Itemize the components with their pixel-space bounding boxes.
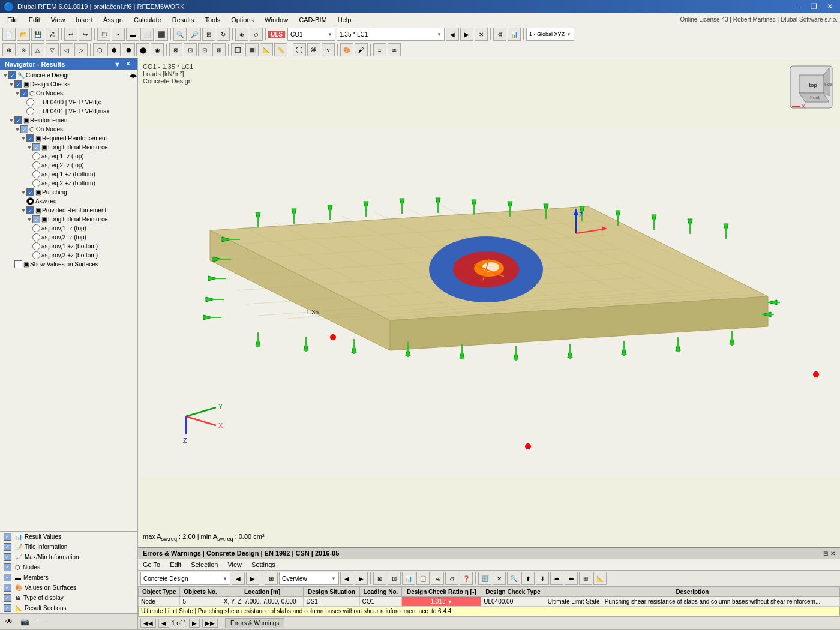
tree-on-nodes-1[interactable]: ▼ ✓ ⬡ On Nodes xyxy=(0,89,137,98)
tb-r16[interactable]: 🔲 xyxy=(231,43,244,56)
viewport-area[interactable]: CO1 - 1.35 * LC1 Loads [kN/m²] Concrete … xyxy=(138,58,840,547)
errors-float-btn[interactable]: ⊟ xyxy=(823,550,828,557)
errors-tb-14[interactable]: ⬅ xyxy=(565,572,578,585)
tb-open[interactable]: 📂 xyxy=(17,28,30,41)
errors-tb-8[interactable]: 🔢 xyxy=(478,572,491,585)
tb-r15[interactable]: ⊞ xyxy=(212,43,226,56)
tb-r12[interactable]: ⊠ xyxy=(169,43,182,56)
radio-asw-req[interactable] xyxy=(26,197,34,205)
tree-ul0401[interactable]: — UL0401 | VEd / VRd,max xyxy=(0,107,137,116)
tree-on-nodes-2[interactable]: ▼ ✓ ⬡ On Nodes xyxy=(0,125,137,134)
tb-render[interactable]: ◈ xyxy=(235,28,248,41)
restore-button[interactable]: ❐ xyxy=(807,1,821,13)
nav-icon-line[interactable]: — xyxy=(34,615,47,628)
combo-dropdown[interactable]: CO1 ▼ xyxy=(287,28,335,41)
3d-scene[interactable]: Y X Z Z 1.35 xyxy=(138,58,840,547)
tb-r25[interactable]: ≡ xyxy=(373,43,386,56)
tb-r13[interactable]: ⊡ xyxy=(184,43,197,56)
menu-item-help[interactable]: Help xyxy=(333,15,356,25)
checkbox-concrete[interactable]: ✓ xyxy=(8,71,16,79)
errors-menu-edit[interactable]: Edit xyxy=(167,560,184,569)
view-dropdown[interactable]: 1 - Global XYZ ▼ xyxy=(526,28,574,41)
menu-item-view[interactable]: View xyxy=(46,15,70,25)
tb-r1[interactable]: ⊕ xyxy=(2,43,16,56)
tree-ul0400[interactable]: — UL0400 | VEd / VRd,c xyxy=(0,98,137,107)
nav-type-display[interactable]: ✓ 🖥 Type of display xyxy=(0,593,137,603)
errors-menu-selection[interactable]: Selection xyxy=(188,560,220,569)
nav-maxmin-info[interactable]: ✓ 📈 Max/Min Information xyxy=(0,552,137,562)
cb-nodes[interactable]: ✓ xyxy=(4,563,11,571)
menu-item-results[interactable]: Results xyxy=(167,15,199,25)
tree-asreq1[interactable]: as,req,1 -z (top) xyxy=(0,152,137,161)
errors-tb-4[interactable]: 📋 xyxy=(416,572,430,585)
errors-tb-16[interactable]: 📐 xyxy=(593,572,607,585)
errors-menu-view[interactable]: View xyxy=(225,560,244,569)
nav-values-surfaces[interactable]: ✓ 🎨 Values on Surfaces xyxy=(0,583,137,593)
tb-surface[interactable]: ⬜ xyxy=(140,28,154,41)
nav-members[interactable]: ✓ ▬ Members xyxy=(0,572,137,583)
errors-tb-7[interactable]: ❓ xyxy=(460,572,473,585)
tree-asprov3[interactable]: as,prov,1 +z (bottom) xyxy=(0,242,137,251)
tb-r21[interactable]: ⌘ xyxy=(307,43,320,56)
errors-tb-15[interactable]: ⊞ xyxy=(579,572,592,585)
checkbox-long-req[interactable]: ✓ xyxy=(32,143,40,151)
tb-prev-combo[interactable]: ◀ xyxy=(446,28,459,41)
errors-last-page[interactable]: ▶▶ xyxy=(202,619,218,628)
tb-select[interactable]: ⬚ xyxy=(97,28,110,41)
cb-type-display[interactable]: ✓ xyxy=(4,594,11,602)
tb-r22[interactable]: ⌥ xyxy=(322,43,335,56)
radio-asreq2[interactable] xyxy=(32,161,40,169)
tb-r18[interactable]: 📐 xyxy=(260,43,273,56)
checkbox-prov-reinf[interactable]: ✓ xyxy=(26,206,34,214)
errors-next-page[interactable]: ▶ xyxy=(189,619,200,628)
close-button[interactable]: ✕ xyxy=(823,1,836,13)
tb-member[interactable]: ▬ xyxy=(126,28,139,41)
tree-required-reinf[interactable]: ▼ ✓ ▣ Required Reinforcement xyxy=(0,134,137,143)
tb-zoom-in[interactable]: 🔍 xyxy=(173,28,187,41)
tree-punching[interactable]: ▼ ✓ ▣ Punching xyxy=(0,188,137,197)
menu-item-window[interactable]: Window xyxy=(260,15,293,25)
tb-r17[interactable]: 🔳 xyxy=(245,43,259,56)
tb-r26[interactable]: ≢ xyxy=(388,43,401,56)
tree-asreq2[interactable]: as,req,2 -z (top) xyxy=(0,161,137,170)
nav-cube[interactable]: top front side X xyxy=(787,63,835,111)
tb-r8[interactable]: ⬢ xyxy=(107,43,121,56)
tb-r24[interactable]: 🖌 xyxy=(355,43,368,56)
cb-values-surfaces[interactable]: ✓ xyxy=(4,584,11,592)
tb-zoom-out[interactable]: 🔎 xyxy=(188,28,201,41)
tb-r19[interactable]: 📏 xyxy=(274,43,287,56)
errors-next-btn[interactable]: ▶ xyxy=(246,572,259,585)
errors-tb-10[interactable]: 🔍 xyxy=(507,572,520,585)
tb-r4[interactable]: ▽ xyxy=(46,43,59,56)
tb-redo[interactable]: ↪ xyxy=(79,28,92,41)
errors-tb-3[interactable]: 📊 xyxy=(402,572,415,585)
tree-asreq3[interactable]: as,req,1 +z (bottom) xyxy=(0,170,137,179)
tree-asprov4[interactable]: as,prov,2 +z (bottom) xyxy=(0,251,137,260)
nav-title-info[interactable]: ✓ 📝 Title Information xyxy=(0,542,137,552)
errors-tb-next2[interactable]: ▶ xyxy=(355,572,368,585)
checkbox-show-values[interactable] xyxy=(14,260,22,268)
radio-ul0400[interactable] xyxy=(26,98,34,106)
menu-item-options[interactable]: Options xyxy=(226,15,259,25)
tree-long-reinf-req[interactable]: ▼ ✓ ▣ Longitudinal Reinforce. xyxy=(0,143,137,152)
nav-icon-camera[interactable]: 📷 xyxy=(18,615,31,628)
errors-tb-1[interactable]: ⊠ xyxy=(373,572,386,585)
errors-first-page[interactable]: ◀◀ xyxy=(140,619,156,628)
errors-close-btn[interactable]: ✕ xyxy=(830,550,835,557)
tree-reinforcement[interactable]: ▼ ✓ ▣ Reinforcement xyxy=(0,116,137,125)
nav-nodes[interactable]: ✓ ⬡ Nodes xyxy=(0,562,137,572)
errors-tb-13[interactable]: ➡ xyxy=(550,572,563,585)
menu-item-edit[interactable]: Edit xyxy=(24,15,45,25)
nav-dropdown-btn[interactable]: ▼ xyxy=(112,60,122,68)
radio-asprov1[interactable] xyxy=(32,224,40,232)
table-row[interactable]: Node 5 X, Y, Z: 7.000, 7.000, 0.000 DS1 … xyxy=(139,597,840,607)
errors-overview-icon[interactable]: ⊞ xyxy=(265,572,278,585)
tree-asw-req[interactable]: Asw,req xyxy=(0,197,137,206)
tb-r6[interactable]: ▷ xyxy=(74,43,88,56)
errors-tb-2[interactable]: ⊡ xyxy=(388,572,401,585)
errors-tb-9[interactable]: ✕ xyxy=(493,572,506,585)
tb-extra1[interactable]: ⚙ xyxy=(493,28,506,41)
tb-next-combo[interactable]: ▶ xyxy=(460,28,473,41)
menu-item-cadbim[interactable]: CAD-BIM xyxy=(294,15,331,25)
radio-asprov3[interactable] xyxy=(32,242,40,250)
